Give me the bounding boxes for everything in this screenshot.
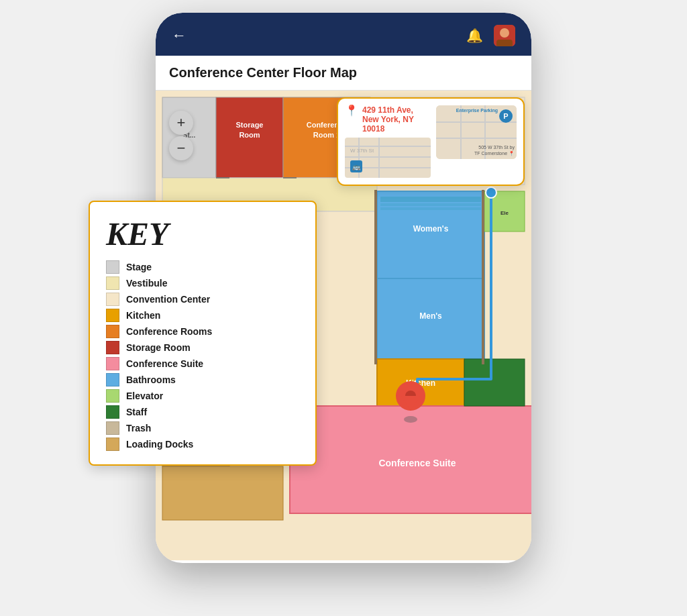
svg-point-1 [500,28,509,38]
key-item-staff: Staff [106,405,299,419]
vestibule-swatch [106,276,119,290]
svg-point-28 [486,187,496,198]
svg-rect-33 [380,197,481,202]
key-item-conference-suite: Conference Suite [106,357,299,370]
key-panel: KEY Stage Vestibule Convention Center Ki… [89,201,317,466]
page-title-bar: Conference Center Floor Map [156,56,531,91]
key-item-storage: Storage Room [106,341,299,354]
avatar[interactable] [494,25,515,46]
conference-rooms-label: Conference Rooms [126,326,212,337]
stage-label: Stage [126,262,152,272]
conference-suite-swatch [106,357,119,370]
page-title: Conference Center Floor Map [169,65,518,81]
convention-label: Convention Center [126,294,210,305]
map-popup-left: 📍 429 11th Ave, New York, NY 10018 🚌 W 3… [345,105,431,178]
bus-stop-icon: 🚌 [350,160,362,172]
svg-rect-35 [380,207,481,210]
svg-rect-34 [380,203,481,206]
svg-text:Women's: Women's [413,224,449,234]
storage-swatch [106,341,119,354]
mini-map: 🚌 W 37th St [345,138,431,178]
staff-label: Staff [126,407,147,417]
svg-rect-25 [464,359,525,406]
trash-label: Trash [126,423,151,433]
bathrooms-label: Bathrooms [126,374,176,385]
key-item-trash: Trash [106,421,299,435]
key-item-convention: Convention Center [106,293,299,306]
stage-swatch [106,260,119,274]
svg-point-32 [404,416,417,423]
key-item-elevator: Elevator [106,389,299,403]
svg-rect-38 [374,190,377,364]
zoom-controls: + − [169,111,193,160]
map-address: 📍 429 11th Ave, New York, NY 10018 [345,105,431,134]
phone-header: ← 🔔 [156,13,531,56]
map-thumbnail-content: P Enterprise Parking 505 W 37th St byTF … [436,105,517,159]
enterprise-parking-text: Enterprise Parking [456,108,498,113]
zoom-out-button[interactable]: − [169,136,193,160]
key-item-stage: Stage [106,260,299,274]
trash-swatch [106,421,119,435]
conference-suite-label: Conference Suite [126,358,203,369]
svg-text:Men's: Men's [419,311,442,321]
zoom-in-button[interactable]: + [169,111,193,135]
key-item-conference-rooms: Conference Rooms [106,325,299,338]
key-title: KEY [106,215,299,252]
elevator-label: Elevator [126,391,163,401]
key-item-kitchen: Kitchen [106,309,299,322]
kitchen-swatch [106,309,119,322]
kitchen-label: Kitchen [126,310,160,321]
convention-swatch [106,293,119,306]
svg-text:Conference Suite: Conference Suite [378,458,456,468]
map-thumbnail: P Enterprise Parking 505 W 37th St byTF … [436,105,517,159]
address-text: 429 11th Ave, New York, NY 10018 [362,105,431,134]
vestibule-label: Vestibule [126,278,167,289]
storage-label: Storage Room [126,342,191,353]
key-item-vestibule: Vestibule [106,276,299,290]
street-label: W 37th St [350,148,374,154]
svg-rect-39 [482,190,484,364]
bell-icon[interactable]: 🔔 [466,28,483,44]
svg-text:Storage: Storage [236,121,264,129]
loading-docks-label: Loading Docks [126,439,193,450]
map-popup: 📍 429 11th Ave, New York, NY 10018 🚌 W 3… [337,97,525,186]
location-pin-icon: 📍 [345,104,358,117]
loading-docks-swatch [106,438,119,451]
conference-rooms-swatch [106,325,119,338]
elevator-swatch [106,389,119,403]
svg-rect-2 [496,40,513,46]
svg-rect-27 [162,466,283,520]
key-item-bathrooms: Bathrooms [106,373,299,387]
svg-text:Ele: Ele [500,210,509,216]
header-icons: 🔔 [466,25,515,46]
staff-swatch [106,405,119,419]
key-item-loading-docks: Loading Docks [106,438,299,451]
phone-container: ← 🔔 Conference Center Floor Map [115,13,572,603]
cornerstone-text: 505 W 37th St byTF Cornerstone 📍 [474,145,515,156]
parking-badge: P [499,109,513,123]
svg-text:Room: Room [239,131,260,139]
back-button[interactable]: ← [172,27,187,44]
key-items: Stage Vestibule Convention Center Kitche… [106,260,299,451]
bathrooms-swatch [106,373,119,387]
